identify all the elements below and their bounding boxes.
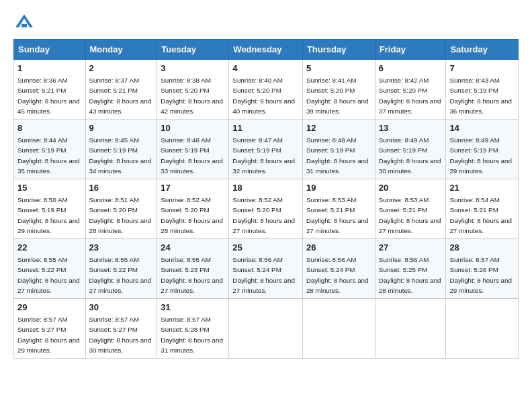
day-info: Sunrise: 8:46 AMSunset: 5:19 PMDaylight:… (161, 136, 223, 175)
calendar-day-cell (375, 299, 446, 359)
day-number: 25 (232, 242, 299, 254)
calendar-table: SundayMondayTuesdayWednesdayThursdayFrid… (13, 39, 519, 359)
calendar-header-cell: Friday (375, 40, 446, 60)
day-info: Sunrise: 8:47 AMSunset: 5:19 PMDaylight:… (232, 136, 295, 175)
day-info: Sunrise: 8:57 AMSunset: 5:28 PMDaylight:… (161, 316, 223, 354)
calendar-day-cell: 2 Sunrise: 8:37 AMSunset: 5:21 PMDayligh… (85, 60, 157, 120)
day-number: 16 (89, 182, 154, 194)
calendar-week-row: 29 Sunrise: 8:57 AMSunset: 5:27 PMDaylig… (14, 299, 519, 359)
day-number: 26 (306, 242, 371, 254)
day-info: Sunrise: 8:55 AMSunset: 5:22 PMDaylight:… (89, 256, 152, 294)
calendar-day-cell: 13 Sunrise: 8:49 AMSunset: 5:19 PMDaylig… (375, 120, 446, 179)
calendar-day-cell: 28 Sunrise: 8:57 AMSunset: 5:26 PMDaylig… (446, 239, 519, 299)
day-number: 7 (449, 62, 515, 75)
calendar-day-cell: 18 Sunrise: 8:52 AMSunset: 5:20 PMDaylig… (229, 179, 303, 239)
calendar-day-cell: 30 Sunrise: 8:57 AMSunset: 5:27 PMDaylig… (85, 299, 157, 359)
day-number: 3 (161, 62, 225, 75)
calendar-day-cell: 21 Sunrise: 8:54 AMSunset: 5:21 PMDaylig… (446, 179, 519, 239)
calendar-header-cell: Saturday (446, 40, 519, 60)
calendar-day-cell: 26 Sunrise: 8:56 AMSunset: 5:24 PMDaylig… (302, 239, 375, 299)
calendar-day-cell: 6 Sunrise: 8:42 AMSunset: 5:20 PMDayligh… (375, 60, 446, 120)
calendar-day-cell: 15 Sunrise: 8:50 AMSunset: 5:19 PMDaylig… (14, 179, 86, 239)
day-number: 1 (17, 62, 82, 75)
day-number: 28 (449, 242, 515, 254)
calendar-day-cell: 23 Sunrise: 8:55 AMSunset: 5:22 PMDaylig… (85, 239, 157, 299)
day-number: 27 (379, 242, 443, 254)
logo-icon (13, 12, 35, 34)
calendar-day-cell: 4 Sunrise: 8:40 AMSunset: 5:20 PMDayligh… (229, 60, 303, 120)
page-container: SundayMondayTuesdayWednesdayThursdayFrid… (0, 0, 532, 365)
day-number: 14 (449, 122, 515, 134)
day-info: Sunrise: 8:49 AMSunset: 5:19 PMDaylight:… (449, 136, 512, 175)
day-info: Sunrise: 8:45 AMSunset: 5:19 PMDaylight:… (89, 136, 152, 175)
day-number: 20 (379, 182, 443, 194)
day-number: 4 (232, 62, 299, 75)
svg-rect-2 (21, 24, 27, 28)
calendar-day-cell: 1 Sunrise: 8:36 AMSunset: 5:21 PMDayligh… (14, 60, 86, 120)
day-info: Sunrise: 8:57 AMSunset: 5:27 PMDaylight:… (17, 316, 80, 354)
day-number: 13 (379, 122, 443, 134)
calendar-day-cell: 16 Sunrise: 8:51 AMSunset: 5:20 PMDaylig… (85, 179, 157, 239)
day-info: Sunrise: 8:48 AMSunset: 5:19 PMDaylight:… (306, 136, 369, 175)
day-info: Sunrise: 8:50 AMSunset: 5:19 PMDaylight:… (17, 196, 80, 234)
day-info: Sunrise: 8:57 AMSunset: 5:27 PMDaylight:… (89, 316, 152, 354)
day-number: 29 (17, 302, 82, 314)
calendar-day-cell: 7 Sunrise: 8:43 AMSunset: 5:19 PMDayligh… (446, 60, 519, 120)
calendar-day-cell: 17 Sunrise: 8:52 AMSunset: 5:20 PMDaylig… (157, 179, 229, 239)
day-info: Sunrise: 8:51 AMSunset: 5:20 PMDaylight:… (89, 196, 152, 234)
day-info: Sunrise: 8:54 AMSunset: 5:21 PMDaylight:… (449, 196, 512, 234)
day-number: 8 (17, 122, 82, 134)
calendar-body: 1 Sunrise: 8:36 AMSunset: 5:21 PMDayligh… (14, 60, 519, 359)
day-info: Sunrise: 8:55 AMSunset: 5:22 PMDaylight:… (17, 256, 80, 294)
day-number: 6 (379, 62, 443, 75)
day-number: 24 (161, 242, 225, 254)
day-number: 21 (449, 182, 515, 194)
day-number: 11 (232, 122, 299, 134)
calendar-week-row: 1 Sunrise: 8:36 AMSunset: 5:21 PMDayligh… (14, 60, 519, 120)
calendar-day-cell (302, 299, 375, 359)
day-info: Sunrise: 8:53 AMSunset: 5:21 PMDaylight:… (379, 196, 441, 234)
day-info: Sunrise: 8:53 AMSunset: 5:21 PMDaylight:… (306, 196, 369, 234)
calendar-day-cell: 11 Sunrise: 8:47 AMSunset: 5:19 PMDaylig… (229, 120, 303, 179)
day-info: Sunrise: 8:40 AMSunset: 5:20 PMDaylight:… (232, 77, 295, 115)
calendar-header-row: SundayMondayTuesdayWednesdayThursdayFrid… (14, 40, 519, 60)
calendar-day-cell: 9 Sunrise: 8:45 AMSunset: 5:19 PMDayligh… (85, 120, 157, 179)
day-number: 22 (17, 242, 82, 254)
calendar-day-cell: 14 Sunrise: 8:49 AMSunset: 5:19 PMDaylig… (446, 120, 519, 179)
day-number: 17 (161, 182, 225, 194)
day-info: Sunrise: 8:55 AMSunset: 5:23 PMDaylight:… (161, 256, 223, 294)
calendar-day-cell: 29 Sunrise: 8:57 AMSunset: 5:27 PMDaylig… (14, 299, 86, 359)
day-info: Sunrise: 8:36 AMSunset: 5:21 PMDaylight:… (17, 77, 80, 115)
calendar-day-cell: 12 Sunrise: 8:48 AMSunset: 5:19 PMDaylig… (302, 120, 375, 179)
calendar-day-cell: 3 Sunrise: 8:38 AMSunset: 5:20 PMDayligh… (157, 60, 229, 120)
calendar-day-cell: 27 Sunrise: 8:56 AMSunset: 5:25 PMDaylig… (375, 239, 446, 299)
day-number: 5 (306, 62, 371, 75)
calendar-header-cell: Tuesday (157, 40, 229, 60)
day-number: 2 (89, 62, 154, 75)
day-info: Sunrise: 8:56 AMSunset: 5:25 PMDaylight:… (379, 256, 441, 294)
calendar-day-cell (446, 299, 519, 359)
header (13, 12, 519, 34)
day-number: 10 (161, 122, 225, 134)
logo (13, 12, 38, 34)
calendar-day-cell: 31 Sunrise: 8:57 AMSunset: 5:28 PMDaylig… (157, 299, 229, 359)
calendar-week-row: 22 Sunrise: 8:55 AMSunset: 5:22 PMDaylig… (14, 239, 519, 299)
day-info: Sunrise: 8:56 AMSunset: 5:24 PMDaylight:… (306, 256, 369, 294)
calendar-day-cell (229, 299, 303, 359)
day-number: 18 (232, 182, 299, 194)
day-number: 9 (89, 122, 154, 134)
calendar-header-cell: Wednesday (229, 40, 303, 60)
calendar-day-cell: 5 Sunrise: 8:41 AMSunset: 5:20 PMDayligh… (302, 60, 375, 120)
calendar-day-cell: 20 Sunrise: 8:53 AMSunset: 5:21 PMDaylig… (375, 179, 446, 239)
calendar-day-cell: 19 Sunrise: 8:53 AMSunset: 5:21 PMDaylig… (302, 179, 375, 239)
calendar-header-cell: Thursday (302, 40, 375, 60)
day-info: Sunrise: 8:52 AMSunset: 5:20 PMDaylight:… (161, 196, 223, 234)
day-number: 12 (306, 122, 371, 134)
day-info: Sunrise: 8:41 AMSunset: 5:20 PMDaylight:… (306, 77, 369, 115)
day-info: Sunrise: 8:37 AMSunset: 5:21 PMDaylight:… (89, 77, 152, 115)
calendar-week-row: 8 Sunrise: 8:44 AMSunset: 5:19 PMDayligh… (14, 120, 519, 179)
calendar-header-cell: Monday (85, 40, 157, 60)
day-number: 31 (161, 302, 225, 314)
calendar-day-cell: 24 Sunrise: 8:55 AMSunset: 5:23 PMDaylig… (157, 239, 229, 299)
day-info: Sunrise: 8:56 AMSunset: 5:24 PMDaylight:… (232, 256, 295, 294)
